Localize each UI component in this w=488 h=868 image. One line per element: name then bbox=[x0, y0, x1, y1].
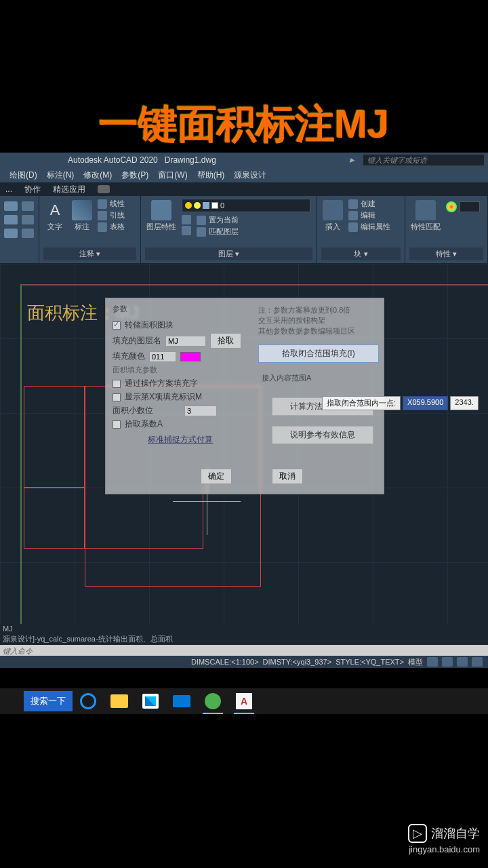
taskbar-360[interactable] bbox=[197, 688, 228, 714]
mail-icon bbox=[173, 695, 190, 707]
arc-icon[interactable] bbox=[4, 215, 18, 224]
panel-label-props[interactable]: 特性 ▾ bbox=[409, 248, 483, 260]
layer-dropdown[interactable]: 0 bbox=[182, 199, 310, 212]
color-swatch[interactable] bbox=[180, 352, 201, 361]
layer-name-input[interactable] bbox=[165, 336, 206, 347]
note3: 其他参数数据参数编辑项目区 bbox=[258, 326, 377, 336]
cb-operation[interactable] bbox=[113, 380, 121, 388]
taskbar-mail[interactable] bbox=[166, 688, 197, 714]
cb-show-id-label: 显示第X项填充标识M bbox=[125, 391, 202, 403]
decimal-label: 面积小数位 bbox=[113, 405, 153, 416]
btn-help-info[interactable]: 说明参考有效信息 bbox=[272, 426, 373, 444]
menu-window[interactable]: 窗口(W) bbox=[158, 170, 187, 181]
drawing-canvas[interactable]: 面积标注：MJ 参数 转储面积图块 填充的图层名 拾取 填充颜色 bbox=[0, 264, 488, 668]
cancel-button[interactable]: 取消 bbox=[272, 469, 303, 484]
status-model[interactable]: 模型 bbox=[408, 657, 423, 667]
menu-draw[interactable]: 绘图(D) bbox=[9, 170, 37, 181]
make-current[interactable]: 置为当前 bbox=[197, 215, 239, 225]
leader[interactable]: 引线 bbox=[98, 210, 125, 220]
cb-factor[interactable] bbox=[113, 420, 121, 429]
red-rect-4 bbox=[24, 488, 203, 549]
linear-dim[interactable]: 线性 bbox=[98, 199, 125, 209]
dlg-section2: 面积填充参数 bbox=[113, 365, 157, 375]
layer-tool2[interactable] bbox=[182, 226, 191, 235]
menu-yuanquan[interactable]: 源泉设计 bbox=[234, 170, 266, 181]
polar-toggle-icon[interactable] bbox=[472, 657, 483, 667]
play-icon: ▷ bbox=[408, 824, 427, 843]
block-create[interactable]: 创建 bbox=[348, 199, 390, 209]
menu-bar: 绘图(D) 标注(N) 修改(M) 参数(P) 窗口(W) 帮助(H) 源泉设计 bbox=[0, 167, 488, 182]
circle-icon[interactable] bbox=[4, 229, 18, 238]
watermark-url: jingyan.baidu.com bbox=[408, 844, 480, 854]
taskbar-explorer[interactable] bbox=[104, 688, 135, 714]
pick-button[interactable]: 拾取 bbox=[210, 333, 241, 349]
ortho-toggle-icon[interactable] bbox=[457, 657, 468, 667]
snap-toggle-icon[interactable] bbox=[442, 657, 453, 667]
status-dimscale[interactable]: DIMSCALE:<1:100> bbox=[191, 658, 259, 666]
autocad-icon: A bbox=[236, 693, 252, 709]
menu-param[interactable]: 参数(P) bbox=[121, 170, 148, 181]
row4-label: 接入内容范围A bbox=[262, 373, 311, 383]
help-search-input[interactable]: 键入关键字或短语 bbox=[363, 154, 485, 166]
coord-y[interactable]: 2343. bbox=[450, 396, 479, 410]
watermark-brand: 溜溜自学 bbox=[431, 825, 480, 842]
insert-button[interactable]: 插入 bbox=[321, 199, 344, 233]
table[interactable]: 表格 bbox=[98, 222, 125, 232]
grid-toggle-icon[interactable] bbox=[427, 657, 438, 667]
status-bar: DIMSCALE:<1:100> DIMSTY:<yqi3_937> STYLE… bbox=[0, 656, 488, 668]
cb-factor-label: 拾取系数A bbox=[125, 418, 163, 430]
panel-label-block[interactable]: 块 ▾ bbox=[321, 248, 401, 260]
dlg-section1: 参数 bbox=[113, 304, 127, 314]
y-axis bbox=[20, 284, 22, 668]
tab-featured[interactable]: 精选应用 bbox=[53, 184, 85, 195]
cb-operation-label: 通过操作方案填充字 bbox=[125, 378, 198, 389]
bylayer-dropdown[interactable] bbox=[460, 201, 480, 212]
layer-props-button[interactable]: 图层特性 bbox=[145, 199, 178, 233]
command-area: MJ 源泉设计]-yq_calc_sumarea-统计输出面积、总面积 键入命令… bbox=[0, 624, 488, 668]
cb-show-id[interactable] bbox=[113, 393, 121, 401]
line-icon[interactable] bbox=[4, 201, 18, 211]
ribbon: A 文字 标注 线性 引线 表格 注释 ▾ 图层特性 bbox=[0, 196, 488, 264]
bylayer-color-icon[interactable] bbox=[446, 201, 457, 212]
tab-more[interactable]: ... bbox=[5, 184, 12, 194]
btn-pick-closed[interactable]: 拾取闭合范围填充(I) bbox=[258, 344, 379, 363]
cb-store-block[interactable] bbox=[113, 321, 121, 330]
status-dimsty[interactable]: DIMSTY:<yqi3_937> bbox=[263, 658, 332, 666]
layer-tool1[interactable] bbox=[182, 215, 191, 224]
x-axis bbox=[20, 284, 488, 285]
tab-collab[interactable]: 协作 bbox=[24, 184, 41, 195]
block-edit[interactable]: 编辑 bbox=[348, 210, 390, 220]
link-snap[interactable]: 标准捕捉方式付算 bbox=[148, 434, 213, 446]
match-props-button[interactable]: 特性匹配 bbox=[409, 199, 442, 233]
decimal-input[interactable] bbox=[184, 406, 217, 416]
panel-label-layer[interactable]: 图层 ▾ bbox=[145, 248, 312, 260]
note1: 注：参数方案释放更到0.8倍 bbox=[258, 305, 377, 315]
fill-color-input[interactable] bbox=[149, 351, 176, 362]
scale-icon[interactable] bbox=[22, 229, 34, 238]
ribbon-tabs: ... 协作 精选应用 bbox=[0, 182, 488, 196]
menu-help[interactable]: 帮助(H) bbox=[197, 170, 225, 181]
watermark: ▷ 溜溜自学 jingyan.baidu.com bbox=[408, 824, 480, 854]
dimension-button[interactable]: 标注 bbox=[70, 199, 94, 233]
mirror-icon[interactable] bbox=[22, 215, 34, 224]
note2: 交互采用的按钮构架 bbox=[258, 315, 377, 326]
taskbar-search[interactable]: 搜索一下 bbox=[24, 691, 73, 711]
menu-modify[interactable]: 修改(M) bbox=[83, 170, 112, 181]
status-style[interactable]: STYLE:<YQ_TEXT> bbox=[336, 658, 404, 666]
match-layer[interactable]: 匹配图层 bbox=[197, 226, 239, 237]
panel-label-annot[interactable]: 注释 ▾ bbox=[43, 248, 136, 260]
taskbar-store[interactable] bbox=[135, 688, 166, 714]
taskbar-autocad[interactable]: A bbox=[228, 688, 260, 714]
bulb-icon bbox=[185, 202, 192, 209]
dynamic-input-tooltip: 指取闭合范围内一点: X059.5900 2343. bbox=[322, 396, 479, 410]
ok-button[interactable]: 确定 bbox=[201, 469, 232, 484]
menu-dim[interactable]: 标注(N) bbox=[47, 170, 75, 181]
rotate-icon[interactable] bbox=[22, 201, 34, 211]
taskbar-edge[interactable] bbox=[73, 688, 104, 714]
layer-color-icon bbox=[211, 202, 218, 209]
coord-x[interactable]: X059.5900 bbox=[403, 396, 448, 410]
text-button[interactable]: A 文字 bbox=[43, 199, 66, 233]
title-bar: Autodesk AutoCAD 2020 Drawing1.dwg 键入关键字… bbox=[0, 153, 488, 167]
block-attr[interactable]: 编辑属性 bbox=[348, 222, 390, 232]
browser360-icon bbox=[205, 693, 221, 709]
